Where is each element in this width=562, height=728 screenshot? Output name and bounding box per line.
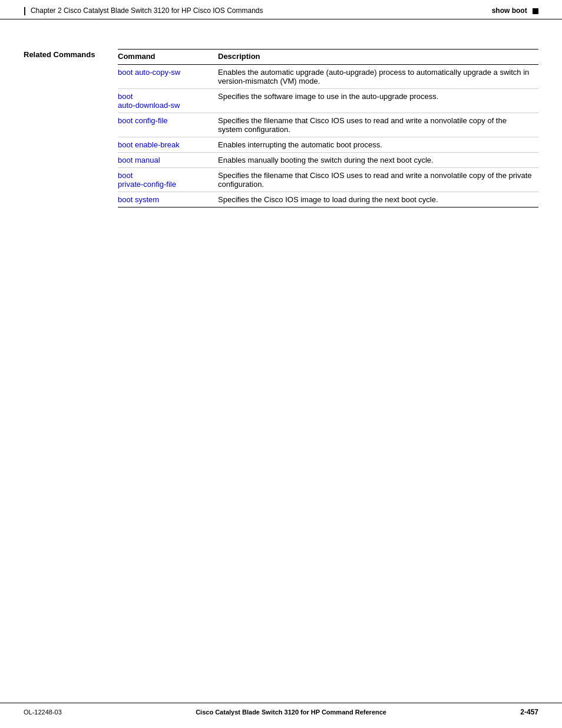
footer-doc-id: OL-12248-03 — [24, 709, 62, 716]
description-cell: Enables manually booting the switch duri… — [218, 153, 538, 168]
table-row: boot manualEnables manually booting the … — [118, 153, 538, 168]
page-header: | Chapter 2 Cisco Catalyst Blade Switch … — [0, 0, 562, 19]
table-row: boot systemSpecifies the Cisco IOS image… — [118, 192, 538, 207]
chapter-text: Chapter 2 Cisco Catalyst Blade Switch 31… — [31, 6, 263, 15]
table-row: bootauto-download-swSpecifies the softwa… — [118, 89, 538, 113]
description-cell: Specifies the filename that Cisco IOS us… — [218, 168, 538, 192]
header-command: show boot — [492, 6, 538, 15]
page-footer: OL-12248-03 Cisco Catalyst Blade Switch … — [0, 703, 562, 716]
command-link[interactable]: boot enable-break — [118, 140, 180, 149]
table-row: boot auto-copy-swEnables the automatic u… — [118, 65, 538, 89]
footer-page-number: 2-457 — [520, 708, 538, 716]
command-text: show boot — [492, 6, 527, 15]
header-pipe: | — [24, 6, 26, 15]
command-link[interactable]: boot config-file — [118, 116, 168, 125]
command-cell[interactable]: bootprivate-config-file — [118, 168, 218, 192]
black-square-icon — [533, 8, 538, 14]
command-cell[interactable]: bootauto-download-sw — [118, 89, 218, 113]
command-cell[interactable]: boot auto-copy-sw — [118, 65, 218, 89]
table-row: bootprivate-config-fileSpecifies the fil… — [118, 168, 538, 192]
footer-title: Cisco Catalyst Blade Switch 3120 for HP … — [62, 709, 520, 716]
command-link[interactable]: bootprivate-config-file — [118, 171, 176, 189]
description-cell: Enables interrupting the automatic boot … — [218, 137, 538, 153]
description-cell: Enables the automatic upgrade (auto-upgr… — [218, 65, 538, 89]
page-container: | Chapter 2 Cisco Catalyst Blade Switch … — [0, 0, 562, 728]
content-area: Related Commands Command Description boo… — [0, 19, 562, 231]
command-link[interactable]: boot system — [118, 195, 159, 204]
commands-table: Command Description boot auto-copy-swEna… — [118, 49, 538, 207]
command-link[interactable]: boot auto-copy-sw — [118, 68, 180, 77]
command-link[interactable]: bootauto-download-sw — [118, 92, 180, 110]
command-link[interactable]: boot manual — [118, 156, 160, 164]
col-header-description: Description — [218, 50, 538, 65]
col-header-command: Command — [118, 50, 218, 65]
description-cell: Specifies the Cisco IOS image to load du… — [218, 192, 538, 207]
command-cell[interactable]: boot system — [118, 192, 218, 207]
command-cell[interactable]: boot config-file — [118, 113, 218, 137]
description-cell: Specifies the filename that Cisco IOS us… — [218, 113, 538, 137]
table-row: boot enable-breakEnables interrupting th… — [118, 137, 538, 153]
table-header-row: Command Description — [118, 50, 538, 65]
header-chapter: | Chapter 2 Cisco Catalyst Blade Switch … — [24, 6, 263, 15]
command-cell[interactable]: boot manual — [118, 153, 218, 168]
description-cell: Specifies the software image to use in t… — [218, 89, 538, 113]
section-label: Related Commands — [24, 49, 118, 207]
related-commands-section: Related Commands Command Description boo… — [24, 49, 538, 207]
command-cell[interactable]: boot enable-break — [118, 137, 218, 153]
table-row: boot config-fileSpecifies the filename t… — [118, 113, 538, 137]
